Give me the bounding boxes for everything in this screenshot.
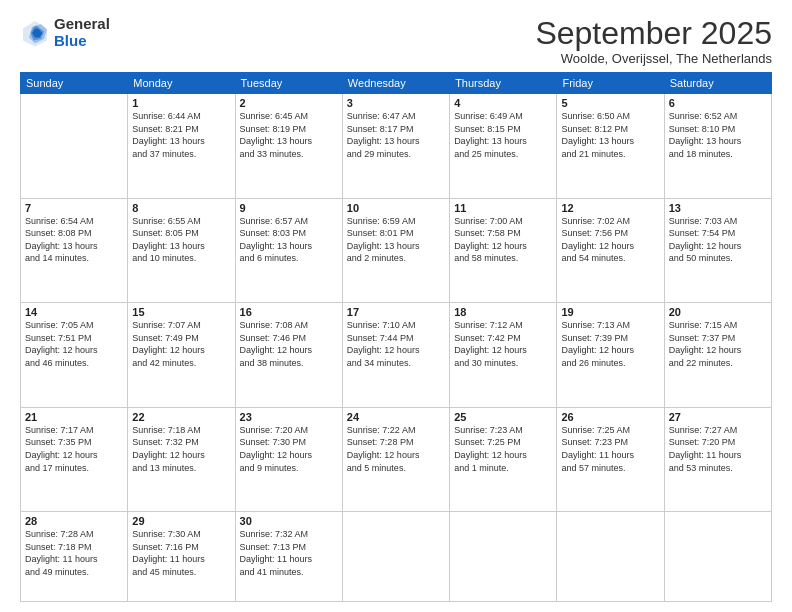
day-number: 28 <box>25 515 123 527</box>
table-row: 6Sunrise: 6:52 AM Sunset: 8:10 PM Daylig… <box>664 94 771 199</box>
table-row: 4Sunrise: 6:49 AM Sunset: 8:15 PM Daylig… <box>450 94 557 199</box>
day-info: Sunrise: 7:23 AM Sunset: 7:25 PM Dayligh… <box>454 424 552 474</box>
day-number: 10 <box>347 202 445 214</box>
day-info: Sunrise: 7:02 AM Sunset: 7:56 PM Dayligh… <box>561 215 659 265</box>
table-row: 29Sunrise: 7:30 AM Sunset: 7:16 PM Dayli… <box>128 512 235 602</box>
table-row: 1Sunrise: 6:44 AM Sunset: 8:21 PM Daylig… <box>128 94 235 199</box>
day-info: Sunrise: 7:22 AM Sunset: 7:28 PM Dayligh… <box>347 424 445 474</box>
day-info: Sunrise: 7:12 AM Sunset: 7:42 PM Dayligh… <box>454 319 552 369</box>
day-number: 30 <box>240 515 338 527</box>
day-number: 17 <box>347 306 445 318</box>
day-info: Sunrise: 7:03 AM Sunset: 7:54 PM Dayligh… <box>669 215 767 265</box>
day-number: 25 <box>454 411 552 423</box>
day-number: 14 <box>25 306 123 318</box>
day-info: Sunrise: 6:50 AM Sunset: 8:12 PM Dayligh… <box>561 110 659 160</box>
table-row: 19Sunrise: 7:13 AM Sunset: 7:39 PM Dayli… <box>557 303 664 408</box>
table-row: 3Sunrise: 6:47 AM Sunset: 8:17 PM Daylig… <box>342 94 449 199</box>
day-info: Sunrise: 7:07 AM Sunset: 7:49 PM Dayligh… <box>132 319 230 369</box>
day-number: 20 <box>669 306 767 318</box>
day-number: 7 <box>25 202 123 214</box>
table-row: 7Sunrise: 6:54 AM Sunset: 8:08 PM Daylig… <box>21 198 128 303</box>
table-row: 14Sunrise: 7:05 AM Sunset: 7:51 PM Dayli… <box>21 303 128 408</box>
col-thursday: Thursday <box>450 73 557 94</box>
day-info: Sunrise: 7:32 AM Sunset: 7:13 PM Dayligh… <box>240 528 338 578</box>
day-info: Sunrise: 7:00 AM Sunset: 7:58 PM Dayligh… <box>454 215 552 265</box>
day-info: Sunrise: 7:17 AM Sunset: 7:35 PM Dayligh… <box>25 424 123 474</box>
table-row <box>664 512 771 602</box>
day-number: 24 <box>347 411 445 423</box>
day-info: Sunrise: 7:25 AM Sunset: 7:23 PM Dayligh… <box>561 424 659 474</box>
day-number: 13 <box>669 202 767 214</box>
day-info: Sunrise: 6:54 AM Sunset: 8:08 PM Dayligh… <box>25 215 123 265</box>
day-number: 15 <box>132 306 230 318</box>
day-number: 3 <box>347 97 445 109</box>
day-number: 2 <box>240 97 338 109</box>
day-number: 18 <box>454 306 552 318</box>
table-row <box>21 94 128 199</box>
day-number: 1 <box>132 97 230 109</box>
day-info: Sunrise: 7:15 AM Sunset: 7:37 PM Dayligh… <box>669 319 767 369</box>
day-info: Sunrise: 7:18 AM Sunset: 7:32 PM Dayligh… <box>132 424 230 474</box>
day-number: 22 <box>132 411 230 423</box>
day-number: 5 <box>561 97 659 109</box>
table-row: 12Sunrise: 7:02 AM Sunset: 7:56 PM Dayli… <box>557 198 664 303</box>
day-info: Sunrise: 7:13 AM Sunset: 7:39 PM Dayligh… <box>561 319 659 369</box>
calendar-table: Sunday Monday Tuesday Wednesday Thursday… <box>20 72 772 602</box>
day-info: Sunrise: 6:55 AM Sunset: 8:05 PM Dayligh… <box>132 215 230 265</box>
logo-blue-text: Blue <box>54 33 110 50</box>
table-row: 2Sunrise: 6:45 AM Sunset: 8:19 PM Daylig… <box>235 94 342 199</box>
table-row: 17Sunrise: 7:10 AM Sunset: 7:44 PM Dayli… <box>342 303 449 408</box>
day-info: Sunrise: 7:10 AM Sunset: 7:44 PM Dayligh… <box>347 319 445 369</box>
calendar-header-row: Sunday Monday Tuesday Wednesday Thursday… <box>21 73 772 94</box>
logo-icon <box>20 18 50 48</box>
col-saturday: Saturday <box>664 73 771 94</box>
col-wednesday: Wednesday <box>342 73 449 94</box>
day-number: 27 <box>669 411 767 423</box>
day-number: 4 <box>454 97 552 109</box>
table-row <box>450 512 557 602</box>
logo: General Blue <box>20 16 110 49</box>
day-info: Sunrise: 7:28 AM Sunset: 7:18 PM Dayligh… <box>25 528 123 578</box>
day-info: Sunrise: 6:47 AM Sunset: 8:17 PM Dayligh… <box>347 110 445 160</box>
table-row <box>342 512 449 602</box>
table-row: 23Sunrise: 7:20 AM Sunset: 7:30 PM Dayli… <box>235 407 342 512</box>
day-number: 12 <box>561 202 659 214</box>
table-row: 13Sunrise: 7:03 AM Sunset: 7:54 PM Dayli… <box>664 198 771 303</box>
table-row: 15Sunrise: 7:07 AM Sunset: 7:49 PM Dayli… <box>128 303 235 408</box>
day-number: 9 <box>240 202 338 214</box>
title-block: September 2025 Woolde, Overijssel, The N… <box>535 16 772 66</box>
month-title: September 2025 <box>535 16 772 51</box>
day-info: Sunrise: 7:05 AM Sunset: 7:51 PM Dayligh… <box>25 319 123 369</box>
table-row: 30Sunrise: 7:32 AM Sunset: 7:13 PM Dayli… <box>235 512 342 602</box>
day-info: Sunrise: 6:52 AM Sunset: 8:10 PM Dayligh… <box>669 110 767 160</box>
day-number: 11 <box>454 202 552 214</box>
day-info: Sunrise: 6:57 AM Sunset: 8:03 PM Dayligh… <box>240 215 338 265</box>
day-number: 21 <box>25 411 123 423</box>
table-row: 18Sunrise: 7:12 AM Sunset: 7:42 PM Dayli… <box>450 303 557 408</box>
day-info: Sunrise: 7:08 AM Sunset: 7:46 PM Dayligh… <box>240 319 338 369</box>
day-info: Sunrise: 7:20 AM Sunset: 7:30 PM Dayligh… <box>240 424 338 474</box>
header: General Blue September 2025 Woolde, Over… <box>20 16 772 66</box>
col-sunday: Sunday <box>21 73 128 94</box>
day-number: 8 <box>132 202 230 214</box>
day-number: 19 <box>561 306 659 318</box>
col-tuesday: Tuesday <box>235 73 342 94</box>
table-row: 8Sunrise: 6:55 AM Sunset: 8:05 PM Daylig… <box>128 198 235 303</box>
day-number: 26 <box>561 411 659 423</box>
table-row: 26Sunrise: 7:25 AM Sunset: 7:23 PM Dayli… <box>557 407 664 512</box>
table-row: 9Sunrise: 6:57 AM Sunset: 8:03 PM Daylig… <box>235 198 342 303</box>
table-row: 20Sunrise: 7:15 AM Sunset: 7:37 PM Dayli… <box>664 303 771 408</box>
table-row: 21Sunrise: 7:17 AM Sunset: 7:35 PM Dayli… <box>21 407 128 512</box>
day-number: 23 <box>240 411 338 423</box>
col-monday: Monday <box>128 73 235 94</box>
day-info: Sunrise: 6:49 AM Sunset: 8:15 PM Dayligh… <box>454 110 552 160</box>
day-info: Sunrise: 6:45 AM Sunset: 8:19 PM Dayligh… <box>240 110 338 160</box>
table-row <box>557 512 664 602</box>
location-subtitle: Woolde, Overijssel, The Netherlands <box>535 51 772 66</box>
day-info: Sunrise: 6:59 AM Sunset: 8:01 PM Dayligh… <box>347 215 445 265</box>
table-row: 24Sunrise: 7:22 AM Sunset: 7:28 PM Dayli… <box>342 407 449 512</box>
table-row: 25Sunrise: 7:23 AM Sunset: 7:25 PM Dayli… <box>450 407 557 512</box>
table-row: 28Sunrise: 7:28 AM Sunset: 7:18 PM Dayli… <box>21 512 128 602</box>
table-row: 22Sunrise: 7:18 AM Sunset: 7:32 PM Dayli… <box>128 407 235 512</box>
col-friday: Friday <box>557 73 664 94</box>
